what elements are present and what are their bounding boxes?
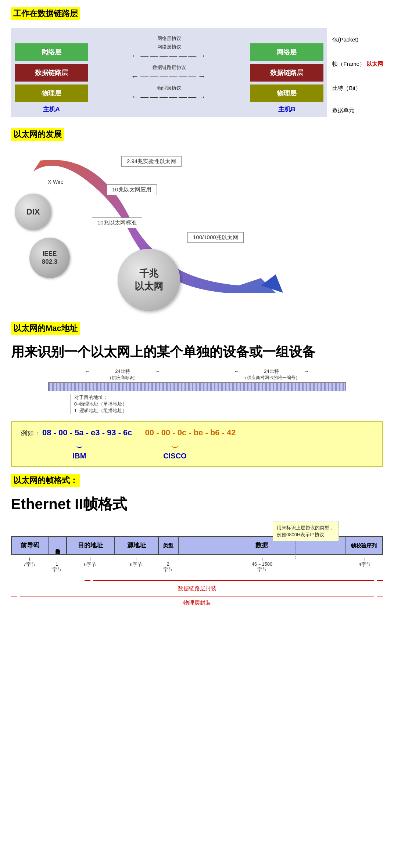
mac-bits-diagram: ← 24比特 → （供应商标识） ← 24比特 → （供应商对网卡的唯一编号） [48, 368, 346, 414]
section4-title-prefix: 以太网的帧格式： [11, 474, 80, 487]
host-b-label: 主机B [278, 106, 295, 113]
data-units: 包(Packet) 帧（Frame） 以太网 比特（Bit） 数据单元 [332, 28, 383, 117]
network-layer-left: 网络层 [15, 43, 88, 61]
physical-arrow: ←——————→ [131, 92, 207, 102]
section3-title: 以太网的Mac地址 [11, 322, 80, 335]
packet-label: 包(Packet) [332, 36, 358, 43]
network-protocol-label: 网络层协议 [157, 35, 181, 42]
encap-section: 数据链路层封装 物理层封装 [11, 580, 383, 606]
frame-sizes-row: 7字节 1 字节 6字节 [11, 558, 383, 573]
mac-subtitle: 用来识别一个以太网上的某个单独的设备或一组设备 [11, 343, 383, 361]
section2: 以太网的发展 [11, 128, 383, 311]
frame-cell-sfd: 帧起始定界符 [49, 537, 67, 554]
section4: 以太网的帧格式： Ethernet II帧格式 用来标识上层协议的类型，例如08… [11, 474, 383, 606]
physical-layer-row: 物理层 物理层协议 ←——————→ 物理层 [15, 84, 323, 102]
mac-note1: 对于目的地址： [74, 394, 127, 401]
frame-cell-src: 源地址 [115, 537, 159, 554]
datalink-arrow: ←——————→ [131, 72, 207, 81]
type-tooltip: 用来标识上层协议的类型，例如0800H表示IP协议 [273, 522, 339, 541]
datalink-layer-row: 数据链路层 数据链路层协议 ←——————→ 数据链路层 [15, 64, 323, 82]
frame-cell-dest: 目的地址 [67, 537, 115, 554]
section1-title: 工作在数据链路层 [11, 7, 383, 25]
data-unit-label: 数据单元 [332, 107, 354, 113]
physical-layer-right: 物理层 [250, 84, 323, 102]
section2-title: 以太网的发展 [11, 128, 64, 141]
tooltip-arrow-line [295, 541, 296, 559]
network-layer-row: 网络层 网络层协议 ←——————→ 网络层 [15, 43, 323, 61]
host-a-label: 主机A [43, 106, 60, 113]
network-arrow: ←——————→ [131, 51, 207, 61]
section3: 以太网的Mac地址 用来识别一个以太网上的某个单独的设备或一组设备 ← 24比特… [11, 322, 383, 467]
section1: 工作在数据链路层 网络层协议 网络层 网络层协议 ←——————→ [11, 7, 383, 117]
mac-example-addr1: 08 - 00 - 5a - e3 - 93 - 6c [42, 428, 132, 437]
eth-label-2: 10兆以太网应用 [107, 184, 157, 195]
frame-cell-preamble: 前导码 [12, 537, 49, 554]
physical-protocol-center: 物理层协议 [157, 85, 181, 91]
mac-note3: 1–逻辑地址（组播地址） [74, 407, 127, 414]
physical-encap-label: 物理层封装 [183, 599, 211, 606]
dix-circle: DIX [15, 194, 51, 230]
eth-label-1: 2.94兆实验性以太网 [121, 156, 182, 167]
network-layer-right: 网络层 [250, 43, 323, 61]
network-protocol-center: 网络层协议 [157, 44, 181, 50]
datalink-layer-left: 数据链路层 [15, 64, 88, 82]
frame-big-title: Ethernet II帧格式 [11, 494, 383, 514]
gigabit-circle: 千兆 以太网 [118, 249, 180, 311]
datalink-encap-label: 数据链路层封装 [178, 585, 216, 592]
ieee-circle: IEEE 802.3 [29, 238, 70, 278]
physical-layer-left: 物理层 [15, 84, 88, 102]
mac-note2: 0–物理地址（单播地址） [74, 401, 127, 407]
datalink-protocol-center: 数据链路层协议 [153, 64, 186, 71]
frame-cell-type: 类型 [159, 537, 179, 554]
mac-company1: IBM [73, 452, 86, 460]
xwire-label: X-Wire [48, 179, 64, 185]
datalink-layer-right: 数据链路层 [250, 64, 323, 82]
ethernet-dev-diagram: DIX X-Wire IEEE 802.3 千兆 以太网 2.94兆实验性以太网… [11, 150, 383, 311]
bit-label: 比特（Bit） [332, 85, 361, 91]
frame-cell-fcs: 帧校验序列 [345, 537, 382, 554]
mac-company2: CISCO [163, 452, 186, 460]
mac-example-addr2: 00 - 00 - 0c - be - b6 - 42 [145, 428, 236, 437]
eth-label-3: 10兆以太网标准 [92, 217, 142, 228]
mac-stripe-bar [48, 382, 346, 391]
mac-example-prefix: 例如： [21, 429, 40, 437]
frame-label: 帧（Frame） 以太网 [332, 61, 383, 67]
mac-example-box: 例如： 08 - 00 - 5a - e3 - 93 - 6c 00 - 00 … [11, 421, 383, 467]
eth-label-4: 100/1000兆以太网 [187, 232, 244, 243]
